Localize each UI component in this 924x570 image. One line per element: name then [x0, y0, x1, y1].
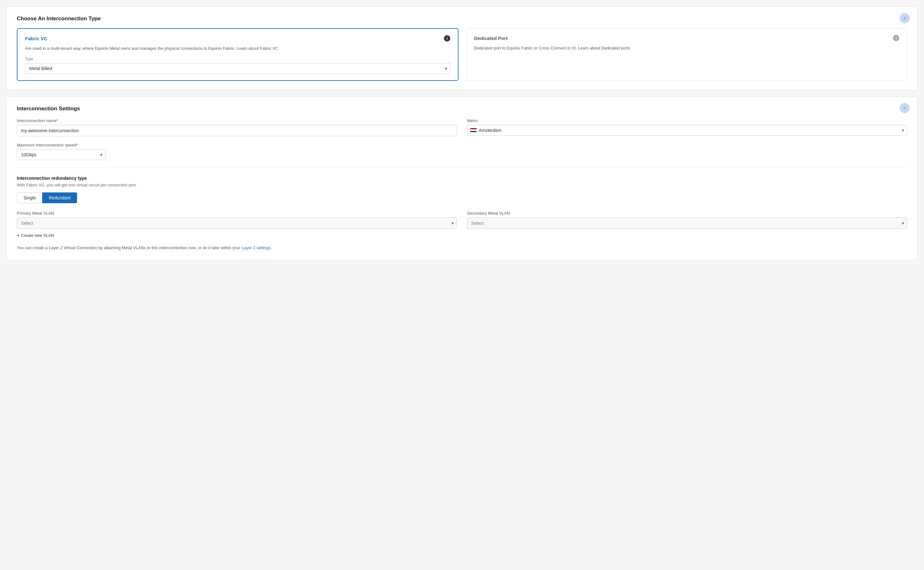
redundant-button[interactable]: Redundant — [42, 192, 77, 203]
secondary-vlan-wrapper: Select — [467, 218, 907, 229]
primary-vlan-label: Primary Metal VLAN — [17, 211, 457, 216]
dedicated-port-desc: Dedicated port to Equinix Fabric or Cros… — [474, 45, 899, 51]
fabric-vc-card[interactable]: Fabric VC i Are used in a multi-tenant w… — [17, 28, 458, 81]
name-field: Interconnection name* — [17, 118, 457, 136]
fabric-vc-title: Fabric VC — [25, 36, 47, 41]
primary-vlan-wrapper: Select — [17, 218, 457, 229]
metro-field: Metro Amsterdam Dallas New York Silicon … — [467, 118, 907, 136]
section1-title: Choose An Interconnection Type — [17, 15, 907, 22]
settings-grid: Interconnection name* Metro Amsterdam Da… — [17, 118, 907, 136]
name-label: Interconnection name* — [17, 118, 457, 123]
section2-check-icon: ✓ — [899, 103, 910, 113]
dedicated-port-header: Dedicated Port i — [474, 35, 899, 41]
redundancy-buttons: Single Redundant — [17, 192, 907, 203]
vlan-section: Primary Metal VLAN Select Secondary Meta… — [17, 211, 907, 251]
secondary-vlan-label: Secondary Metal VLAN — [467, 211, 907, 216]
type-select[interactable]: Metal Billed Interconnect Billed — [25, 63, 450, 74]
dedicated-port-info-icon[interactable]: i — [893, 35, 899, 41]
section2-title: Interconnection Settings — [17, 106, 907, 112]
name-input[interactable] — [17, 125, 457, 136]
secondary-vlan-select[interactable]: Select — [467, 218, 907, 229]
type-label: Type — [25, 57, 450, 61]
type-select-wrapper: Metal Billed Interconnect Billed — [25, 63, 450, 74]
type-cards-row: Fabric VC i Are used in a multi-tenant w… — [17, 28, 907, 81]
fabric-vc-header: Fabric VC i — [25, 35, 450, 41]
dedicated-port-card[interactable]: Dedicated Port i Dedicated port to Equin… — [466, 28, 907, 81]
speed-select-wrapper: 1Gbps 2Gbps 5Gbps 10Gbps — [17, 149, 106, 160]
speed-select[interactable]: 1Gbps 2Gbps 5Gbps 10Gbps — [17, 149, 106, 160]
layer2-settings-link[interactable]: Layer 2 settings. — [242, 245, 272, 250]
metro-select-wrapper: Amsterdam Dallas New York Silicon Valley — [467, 125, 907, 136]
choose-type-section: Choose An Interconnection Type ✓ Fabric … — [6, 6, 918, 90]
redundancy-desc: With Fabric VC, you will get one virtual… — [17, 182, 907, 187]
redundancy-section: Interconnection redundancy type With Fab… — [17, 176, 907, 203]
metro-select[interactable]: Amsterdam Dallas New York Silicon Valley — [467, 125, 907, 136]
vlan-note: You can create a Layer 2 Virtual Connect… — [17, 245, 907, 251]
redundancy-title: Interconnection redundancy type — [17, 176, 907, 181]
plus-icon: + — [17, 233, 20, 238]
speed-field-wrapper: Maximum interconnection speed* 1Gbps 2Gb… — [17, 142, 106, 160]
dedicated-port-title: Dedicated Port — [474, 35, 508, 41]
settings-section: Interconnection Settings ✓ Interconnecti… — [6, 97, 918, 260]
create-vlan-link[interactable]: + Create new VLAN — [17, 233, 54, 238]
secondary-vlan-field: Secondary Metal VLAN Select — [467, 211, 907, 229]
vlan-grid: Primary Metal VLAN Select Secondary Meta… — [17, 211, 907, 229]
fabric-vc-desc: Are used in a multi-tenant way, where Eq… — [25, 45, 450, 52]
single-button[interactable]: Single — [17, 192, 42, 203]
fabric-vc-info-icon[interactable]: i — [444, 35, 450, 41]
create-vlan-label: Create new VLAN — [21, 233, 54, 238]
section1-check-icon: ✓ — [899, 13, 910, 23]
speed-label: Maximum interconnection speed* — [17, 142, 106, 147]
primary-vlan-select[interactable]: Select — [17, 218, 457, 229]
divider — [17, 168, 907, 168]
metro-label: Metro — [467, 118, 907, 123]
primary-vlan-field: Primary Metal VLAN Select — [17, 211, 457, 229]
